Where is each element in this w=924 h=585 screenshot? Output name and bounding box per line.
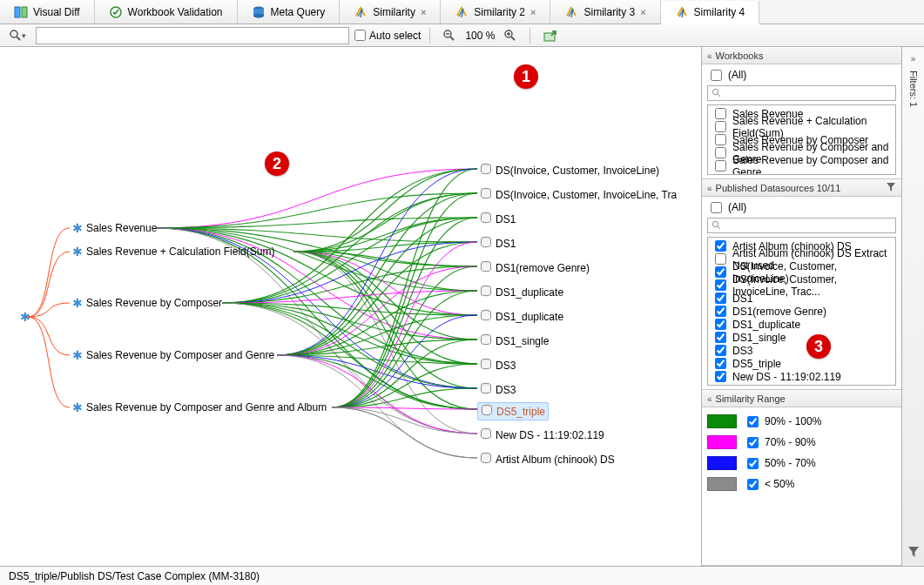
datasource-icon (480, 427, 492, 442)
list-item-label: DS1_single (732, 332, 786, 344)
graph-datasource-node[interactable]: DS1_single (477, 333, 551, 349)
datasources-list[interactable]: Artist Album (chinook) DSArtist Album (c… (707, 237, 896, 386)
snowflake-icon: ✱ (72, 245, 83, 258)
similarity-icon (354, 5, 368, 19)
datasource-icon (480, 333, 492, 348)
graph-workbook-node[interactable]: ✱Sales Revenue + Calculation Field(Sum) (70, 245, 277, 259)
datasource-icon (480, 358, 492, 373)
color-swatch (707, 414, 737, 428)
node-label: DS5_triple (496, 406, 545, 418)
list-item[interactable]: DS(Invoice, Customer, InvoiceLine, Trac.… (712, 279, 892, 292)
panel-title: Workbooks (716, 50, 764, 61)
node-label: Sales Revenue by Composer and Genre and … (86, 401, 327, 414)
datasources-search[interactable] (707, 218, 896, 233)
tab-visual-diff[interactable]: Visual Diff (0, 0, 95, 24)
tab-meta-query[interactable]: Meta Query (238, 0, 341, 24)
list-item[interactable]: Sales Revenue + Calculation Field(Sum) (712, 120, 892, 133)
auto-select-checkbox[interactable]: Auto select (354, 30, 421, 42)
list-item[interactable]: DS1_single (712, 331, 892, 344)
collapse-icon: « (707, 394, 712, 404)
workbooks-search[interactable] (707, 85, 896, 101)
tab-similarity[interactable]: Similarity × (340, 0, 441, 24)
panel-similarity-header[interactable]: « Similarity Range (702, 390, 901, 407)
color-swatch (707, 477, 737, 491)
graph-datasource-node[interactable]: DS5_triple (477, 402, 549, 420)
datasource-icon (480, 236, 492, 251)
search-icon[interactable]: ▾ (5, 27, 30, 44)
snowflake-icon: ✱ (72, 297, 83, 309)
graph-datasource-node[interactable]: Artist Album (chinook) DS (477, 451, 617, 467)
list-item[interactable]: New DS - 11:19:02.119 (712, 370, 892, 383)
filter-icon[interactable] (907, 546, 920, 561)
expand-icon: » (911, 54, 916, 64)
workbooks-list[interactable]: Sales RevenueSales Revenue + Calculation… (707, 104, 896, 175)
datasource-icon (481, 404, 493, 419)
toolbar: ▾ Auto select 100 % (0, 24, 924, 47)
svg-line-9 (450, 37, 454, 40)
datasource-icon (480, 309, 492, 324)
close-icon[interactable]: × (640, 7, 645, 17)
legend-item[interactable]: 90% - 100% (707, 411, 896, 432)
filter-icon[interactable] (886, 182, 896, 194)
legend-item[interactable]: 50% - 70% (707, 453, 896, 474)
svg-line-13 (511, 37, 515, 40)
tab-similarity-3[interactable]: Similarity 3 × (550, 0, 660, 24)
graph-datasource-node[interactable]: DS(Invoice, Customer, InvoiceLine) (477, 162, 662, 178)
list-item[interactable]: DS1_duplicate (712, 318, 892, 331)
graph-datasource-node[interactable]: DS1_duplicate (477, 308, 566, 325)
graph-datasource-node[interactable]: DS3 (477, 381, 518, 398)
graph-datasource-node[interactable]: DS(Invoice, Customer, InvoiceLine, Tra (477, 186, 679, 203)
auto-select-label: Auto select (369, 30, 421, 42)
panel-workbooks-header[interactable]: « Workbooks (702, 47, 901, 64)
graph-datasource-node[interactable]: DS1_duplicate (477, 284, 566, 300)
color-swatch (707, 435, 737, 449)
list-item[interactable]: Sales Revenue by Composer and Genre ... (712, 159, 892, 172)
similarity-graph-canvas[interactable]: ✱✱Sales Revenue✱Sales Revenue + Calculat… (0, 47, 701, 566)
search-input[interactable] (36, 27, 349, 44)
panel-datasources-header[interactable]: « Published Datasources 10/11 (702, 179, 901, 197)
similarity-icon (455, 5, 469, 19)
tab-similarity-2[interactable]: Similarity 2 × (441, 0, 550, 24)
graph-datasource-node[interactable]: DS1 (477, 235, 518, 252)
graph-workbook-node[interactable]: ✱Sales Revenue by Composer and Genre and… (70, 400, 329, 414)
datasources-all-checkbox[interactable]: (All) (707, 200, 896, 214)
legend-item[interactable]: < 50% (707, 474, 896, 494)
svg-line-32 (718, 226, 720, 229)
visualdiff-icon (14, 5, 28, 19)
datasource-icon (480, 187, 492, 202)
graph-workbook-node[interactable]: ✱Sales Revenue (70, 221, 159, 235)
zoom-in-button[interactable] (500, 27, 521, 44)
graph-workbook-node[interactable]: ✱Sales Revenue by Composer (70, 296, 225, 310)
list-item-label: DS5_triple (732, 358, 781, 370)
node-label: DS(Invoice, Customer, InvoiceLine) (496, 165, 659, 177)
node-label: New DS - 11:19:02.119 (496, 429, 604, 441)
tab-label: Workbook Validation (128, 6, 223, 18)
annotation-1: 1 (514, 64, 538, 89)
close-icon[interactable]: × (421, 7, 426, 17)
svg-point-29 (712, 89, 718, 94)
legend-item[interactable]: 70% - 90% (707, 432, 896, 453)
similarity-icon (675, 5, 689, 19)
tab-workbook-validation[interactable]: Workbook Validation (95, 0, 238, 24)
collapse-icon: « (707, 51, 712, 61)
export-button[interactable] (539, 27, 562, 44)
list-item[interactable]: DS1(remove Genre) (712, 305, 892, 318)
panel-title: Similarity Range (716, 393, 786, 404)
tab-similarity-4[interactable]: Similarity 4 (661, 1, 760, 24)
filters-rail[interactable]: » Filters: 1 (901, 47, 924, 566)
graph-datasource-node[interactable]: DS1 (477, 211, 518, 227)
list-item[interactable]: DS5_triple (712, 357, 892, 370)
workbooks-all-checkbox[interactable]: (All) (707, 68, 896, 82)
list-item[interactable]: DS3 (712, 344, 892, 357)
list-item-label: DS3 (732, 345, 752, 357)
svg-rect-1 (22, 7, 27, 17)
graph-root-node[interactable]: ✱ (17, 310, 33, 324)
zoom-out-button[interactable] (439, 27, 460, 44)
graph-datasource-node[interactable]: DS1(remove Genre) (477, 259, 592, 276)
datasource-icon (480, 260, 492, 275)
graph-workbook-node[interactable]: ✱Sales Revenue by Composer and Genre (70, 348, 277, 362)
graph-datasource-node[interactable]: DS3 (477, 357, 518, 373)
legend-label: < 50% (765, 478, 794, 490)
close-icon[interactable]: × (530, 7, 536, 17)
graph-datasource-node[interactable]: New DS - 11:19:02.119 (477, 427, 607, 443)
